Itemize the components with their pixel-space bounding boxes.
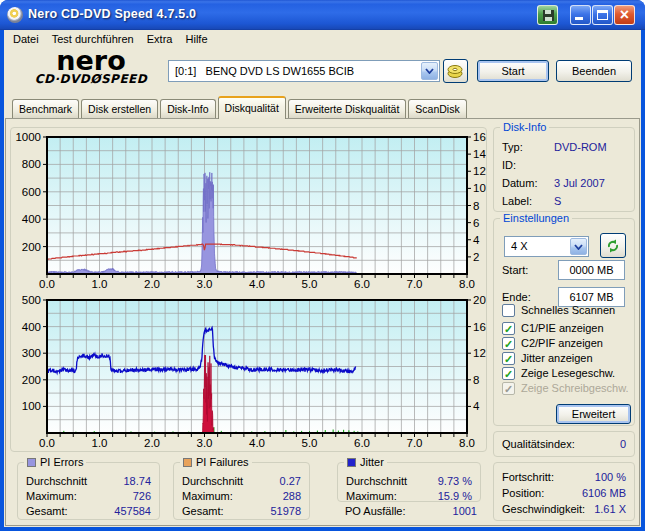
maximize-icon bbox=[597, 10, 608, 20]
save-button[interactable] bbox=[537, 5, 558, 25]
svg-text:5.0: 5.0 bbox=[302, 437, 318, 449]
checkbox-icon[interactable] bbox=[502, 337, 515, 350]
close-button[interactable]: × bbox=[614, 5, 635, 25]
disk-info-caption: Disk-Info bbox=[500, 121, 549, 134]
refresh-icon bbox=[606, 239, 620, 253]
jitter-caption: Jitter bbox=[360, 456, 384, 468]
tab-scandisk[interactable]: ScanDisk bbox=[408, 99, 466, 118]
svg-text:1000: 1000 bbox=[15, 131, 41, 143]
svg-text:4.0: 4.0 bbox=[249, 278, 265, 290]
end-field-label: Ende: bbox=[502, 291, 531, 303]
svg-text:0.0: 0.0 bbox=[39, 278, 55, 290]
svg-text:4: 4 bbox=[473, 400, 480, 412]
svg-text:800: 800 bbox=[22, 158, 41, 170]
svg-text:10: 10 bbox=[473, 182, 486, 194]
svg-text:6: 6 bbox=[473, 217, 479, 229]
menu-extra[interactable]: Extra bbox=[142, 30, 178, 48]
progress-box: Fortschritt:100 % Position:6106 MB Gesch… bbox=[493, 462, 635, 521]
tab-benchmark[interactable]: Benchmark bbox=[12, 99, 79, 118]
svg-text:8.0: 8.0 bbox=[459, 278, 475, 290]
nero-logo: nero CD·DVDØSPEED bbox=[20, 49, 162, 86]
disk-info-box: Disk-Info Typ:DVD-ROM ID: Datum:3 Jul 20… bbox=[493, 127, 635, 212]
checkbox-icon[interactable] bbox=[502, 367, 515, 380]
svg-text:3.0: 3.0 bbox=[197, 437, 213, 449]
drive-select[interactable]: [0:1] BENQ DVD LS DW1655 BCIB bbox=[168, 60, 440, 82]
svg-text:20: 20 bbox=[473, 294, 486, 306]
checkbox-icon[interactable] bbox=[502, 382, 515, 395]
svg-text:500: 500 bbox=[22, 294, 41, 306]
svg-text:7.0: 7.0 bbox=[407, 437, 423, 449]
svg-text:1.0: 1.0 bbox=[92, 437, 108, 449]
pi-failures-stats-box: PI Failures Durchschnitt0.27 Maximum:288… bbox=[173, 462, 310, 520]
pi-failures-swatch bbox=[183, 458, 192, 467]
quality-index-box: Qualitätsindex:0 bbox=[493, 431, 635, 457]
svg-text:1.0: 1.0 bbox=[92, 278, 108, 290]
svg-text:12: 12 bbox=[473, 347, 486, 359]
svg-text:16: 16 bbox=[473, 321, 486, 333]
tab-disk-erstellen[interactable]: Disk erstellen bbox=[81, 99, 158, 118]
svg-text:2.0: 2.0 bbox=[144, 278, 160, 290]
menu-hilfe[interactable]: Hilfe bbox=[181, 30, 213, 48]
window-title: Nero CD-DVD Speed 4.7.5.0 bbox=[28, 0, 196, 30]
svg-text:14: 14 bbox=[473, 148, 486, 160]
chevron-down-icon[interactable] bbox=[421, 62, 438, 80]
svg-text:3.0: 3.0 bbox=[197, 278, 213, 290]
checkbox-icon[interactable] bbox=[502, 352, 515, 365]
close-icon: × bbox=[615, 6, 634, 24]
svg-text:12: 12 bbox=[473, 165, 486, 177]
pi-failures-caption: PI Failures bbox=[196, 456, 249, 468]
svg-text:8: 8 bbox=[473, 374, 479, 386]
maximize-button[interactable] bbox=[592, 5, 613, 25]
start-button[interactable]: Start bbox=[477, 60, 549, 82]
pi-errors-chart: 0.01.02.03.04.05.06.07.08.02004006008001… bbox=[12, 129, 486, 291]
speed-select[interactable]: 4 X bbox=[504, 236, 589, 257]
disc-icon bbox=[447, 63, 464, 79]
pi-errors-swatch bbox=[27, 458, 36, 467]
svg-text:6.0: 6.0 bbox=[354, 437, 370, 449]
svg-text:2: 2 bbox=[473, 251, 479, 263]
svg-text:200: 200 bbox=[22, 374, 41, 386]
disc-eject-button[interactable] bbox=[443, 59, 468, 83]
svg-text:6.0: 6.0 bbox=[354, 278, 370, 290]
minimize-icon bbox=[575, 17, 583, 20]
quality-index-value: 0 bbox=[620, 438, 626, 451]
floppy-icon bbox=[543, 10, 554, 21]
start-field-label: Start: bbox=[502, 264, 528, 276]
pi-errors-caption: PI Errors bbox=[40, 456, 83, 468]
pi-errors-stats-box: PI Errors Durchschnitt18.74 Maximum:726 … bbox=[17, 462, 160, 520]
chevron-down-icon[interactable] bbox=[570, 238, 587, 255]
svg-text:2.0: 2.0 bbox=[144, 437, 160, 449]
tab-diskqualitaet[interactable]: Diskqualität bbox=[218, 96, 286, 119]
refresh-button[interactable] bbox=[600, 233, 626, 258]
settings-box: Einstellungen 4 X Start: 0000 MB Ende: 6… bbox=[493, 218, 635, 426]
advanced-button[interactable]: Erweitert bbox=[556, 404, 631, 424]
jitter-swatch bbox=[347, 458, 356, 467]
quit-button[interactable]: Beenden bbox=[556, 60, 632, 82]
svg-text:16: 16 bbox=[473, 131, 486, 143]
checkbox-icon[interactable] bbox=[502, 322, 515, 335]
app-window: Nero CD-DVD Speed 4.7.5.0 × Datei Test d… bbox=[0, 0, 645, 531]
svg-text:300: 300 bbox=[22, 347, 41, 359]
svg-text:600: 600 bbox=[22, 186, 41, 198]
menu-datei[interactable]: Datei bbox=[8, 30, 44, 48]
svg-text:400: 400 bbox=[22, 321, 41, 333]
start-field[interactable]: 0000 MB bbox=[558, 260, 625, 280]
svg-text:4.0: 4.0 bbox=[249, 437, 265, 449]
tab-erweiterte-diskqualitaet[interactable]: Erweiterte Diskqualität bbox=[288, 99, 406, 118]
minimize-button[interactable] bbox=[570, 5, 591, 25]
pi-failures-jitter-chart: 0.01.02.03.04.05.06.07.08.01002003004005… bbox=[12, 292, 486, 454]
quality-index-label: Qualitätsindex: bbox=[502, 438, 575, 451]
app-icon bbox=[7, 7, 23, 23]
title-bar: Nero CD-DVD Speed 4.7.5.0 × bbox=[0, 0, 645, 30]
tab-strip: Benchmark Disk erstellen Disk-Info Diskq… bbox=[12, 96, 469, 119]
svg-text:8.0: 8.0 bbox=[459, 437, 475, 449]
svg-text:8: 8 bbox=[473, 200, 479, 212]
svg-text:100: 100 bbox=[22, 400, 41, 412]
tab-disk-info[interactable]: Disk-Info bbox=[160, 99, 215, 118]
settings-caption: Einstellungen bbox=[500, 212, 572, 225]
svg-text:4: 4 bbox=[473, 234, 480, 246]
svg-text:200: 200 bbox=[22, 241, 41, 253]
svg-text:0.0: 0.0 bbox=[39, 437, 55, 449]
checkbox-icon[interactable] bbox=[502, 304, 515, 317]
svg-text:7.0: 7.0 bbox=[407, 278, 423, 290]
